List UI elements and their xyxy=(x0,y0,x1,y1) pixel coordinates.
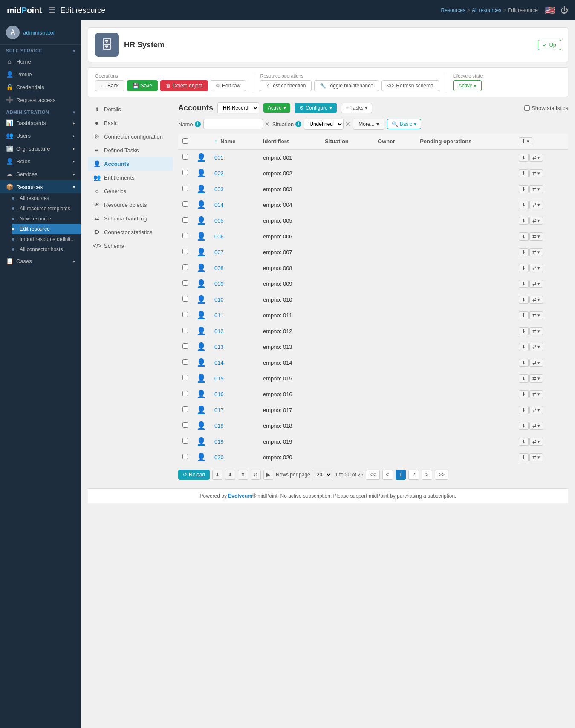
row-checkbox[interactable] xyxy=(182,328,188,333)
account-link[interactable]: 015 xyxy=(214,375,224,382)
account-link[interactable]: 004 xyxy=(214,202,224,208)
download-button[interactable]: ⬇ xyxy=(212,470,222,480)
tasks-button[interactable]: ≡ Tasks ▾ xyxy=(341,103,373,113)
account-action-download[interactable]: ⬇ xyxy=(519,327,529,335)
row-checkbox[interactable] xyxy=(182,454,188,459)
username[interactable]: administrator xyxy=(23,29,55,36)
sidebar-item-dashboards[interactable]: 📊 Dashboards ▸ xyxy=(0,116,81,129)
account-action-download[interactable]: ⬇ xyxy=(519,248,529,256)
account-action-more[interactable]: ⇄ ▾ xyxy=(529,232,543,241)
sidebar-item-services[interactable]: ☁ Services ▸ xyxy=(0,168,81,180)
account-link[interactable]: 002 xyxy=(214,170,224,177)
account-action-more[interactable]: ⇄ ▾ xyxy=(529,406,543,414)
row-checkbox[interactable] xyxy=(182,343,188,349)
situation-filter-dropdown[interactable]: Undefined xyxy=(304,119,344,130)
situation-info-icon[interactable]: i xyxy=(295,121,301,127)
account-link[interactable]: 014 xyxy=(214,360,224,366)
breadcrumb-all-resources[interactable]: All resources xyxy=(472,7,501,13)
account-action-more[interactable]: ⇄ ▾ xyxy=(529,201,543,209)
row-checkbox[interactable] xyxy=(182,280,188,286)
sidebar-item-all-resources[interactable]: All resources xyxy=(12,193,81,203)
account-action-more[interactable]: ⇄ ▾ xyxy=(529,327,543,335)
row-checkbox[interactable] xyxy=(182,359,188,365)
account-action-more[interactable]: ⇄ ▾ xyxy=(529,359,543,367)
account-action-download[interactable]: ⬇ xyxy=(519,296,529,304)
account-action-download[interactable]: ⬇ xyxy=(519,359,529,367)
export-button[interactable]: ⬇ xyxy=(225,470,235,480)
sidebar-item-roles[interactable]: 👤 Roles ▸ xyxy=(0,155,81,168)
brand-name[interactable]: Evolveum xyxy=(228,493,252,499)
situation-filter-clear-icon[interactable]: ✕ xyxy=(345,121,350,128)
row-checkbox[interactable] xyxy=(182,249,188,254)
account-action-download[interactable]: ⬇ xyxy=(519,169,529,177)
account-action-download[interactable]: ⬇ xyxy=(519,453,529,461)
sidebar-item-home[interactable]: ⌂ Home xyxy=(0,55,81,68)
account-action-more[interactable]: ⇄ ▾ xyxy=(529,438,543,446)
left-nav-generics[interactable]: ○ Generics xyxy=(88,184,173,198)
row-checkbox[interactable] xyxy=(182,201,188,207)
select-all-checkbox[interactable] xyxy=(182,138,188,144)
account-link[interactable]: 011 xyxy=(214,312,224,319)
delete-object-button[interactable]: 🗑 Delete object xyxy=(160,80,208,91)
sidebar-item-org-structure[interactable]: 🏢 Org. structure ▸ xyxy=(0,142,81,155)
back-button[interactable]: ← Back xyxy=(95,80,124,91)
account-link[interactable]: 010 xyxy=(214,296,224,303)
left-nav-basic[interactable]: ● Basic xyxy=(88,116,173,130)
row-checkbox[interactable] xyxy=(182,217,188,223)
more-filters-button[interactable]: More... ▾ xyxy=(353,119,384,130)
account-action-more[interactable]: ⇄ ▾ xyxy=(529,374,543,383)
account-action-download[interactable]: ⬇ xyxy=(519,343,529,351)
breadcrumb-resources[interactable]: Resources xyxy=(441,7,465,13)
account-action-more[interactable]: ⇄ ▾ xyxy=(529,390,543,398)
logout-icon[interactable]: ⏻ xyxy=(561,6,568,15)
sidebar-item-resources[interactable]: 📦 Resources ▾ xyxy=(0,180,81,193)
account-action-more[interactable]: ⇄ ▾ xyxy=(529,311,543,319)
show-statistics[interactable]: Show statistics xyxy=(524,105,568,111)
sidebar-item-all-connector-hosts[interactable]: All connector hosts xyxy=(12,244,81,255)
left-nav-schema-handling[interactable]: ⇄ Schema handling xyxy=(88,212,173,225)
lifecycle-status-dropdown[interactable]: Active ▾ xyxy=(453,80,482,91)
account-action-download[interactable]: ⬇ xyxy=(519,154,529,162)
account-action-more[interactable]: ⇄ ▾ xyxy=(529,248,543,256)
account-action-more[interactable]: ⇄ ▾ xyxy=(529,185,543,193)
row-checkbox[interactable] xyxy=(182,296,188,302)
row-checkbox[interactable] xyxy=(182,233,188,238)
refresh-schema-button[interactable]: </> Refresh schema xyxy=(381,80,439,91)
account-action-download[interactable]: ⬇ xyxy=(519,374,529,383)
account-action-more[interactable]: ⇄ ▾ xyxy=(529,169,543,177)
record-type-dropdown[interactable]: HR Record xyxy=(217,102,259,113)
import-button[interactable]: ⬆ xyxy=(238,470,248,480)
rows-per-page-select[interactable]: 20 xyxy=(312,470,332,479)
account-action-download[interactable]: ⬇ xyxy=(519,232,529,241)
row-checkbox[interactable] xyxy=(182,312,188,317)
sidebar-item-edit-resource[interactable]: Edit resource xyxy=(12,224,81,234)
first-page-button[interactable]: << xyxy=(366,470,379,480)
row-checkbox[interactable] xyxy=(182,154,188,160)
account-link[interactable]: 009 xyxy=(214,281,224,287)
sidebar-item-credentials[interactable]: 🔒 Credentials xyxy=(0,81,81,93)
account-action-more[interactable]: ⇄ ▾ xyxy=(529,453,543,461)
test-connection-button[interactable]: ? Test connection xyxy=(260,80,311,91)
account-link[interactable]: 018 xyxy=(214,423,224,429)
sidebar-item-cases[interactable]: 📋 Cases ▸ xyxy=(0,255,81,267)
edit-raw-button[interactable]: ✏ Edit raw xyxy=(211,80,246,91)
account-action-download[interactable]: ⬇ xyxy=(519,185,529,193)
account-link[interactable]: 008 xyxy=(214,265,224,271)
name-column-header[interactable]: ↑ Name xyxy=(210,134,259,149)
bulk-action-button[interactable]: ⬇ ▾ xyxy=(519,137,532,145)
hamburger-menu-icon[interactable]: ☰ xyxy=(49,6,55,15)
sidebar-item-new-resource[interactable]: New resource xyxy=(12,214,81,224)
account-link[interactable]: 016 xyxy=(214,391,224,397)
left-nav-defined-tasks[interactable]: ≡ Defined Tasks xyxy=(88,143,173,157)
row-checkbox[interactable] xyxy=(182,391,188,396)
save-button[interactable]: 💾 Save xyxy=(127,80,158,91)
sync-button[interactable]: ↺ xyxy=(251,470,261,480)
account-link[interactable]: 006 xyxy=(214,233,224,240)
self-service-section[interactable]: SELF SERVICE ▾ xyxy=(0,45,81,55)
account-action-download[interactable]: ⬇ xyxy=(519,438,529,446)
sidebar-item-all-resource-templates[interactable]: All resource templates xyxy=(12,203,81,214)
account-action-more[interactable]: ⇄ ▾ xyxy=(529,422,543,430)
name-filter-input[interactable] xyxy=(203,119,263,129)
account-action-download[interactable]: ⬇ xyxy=(519,406,529,414)
sidebar-item-import-resource[interactable]: Import resource definit... xyxy=(12,234,81,244)
